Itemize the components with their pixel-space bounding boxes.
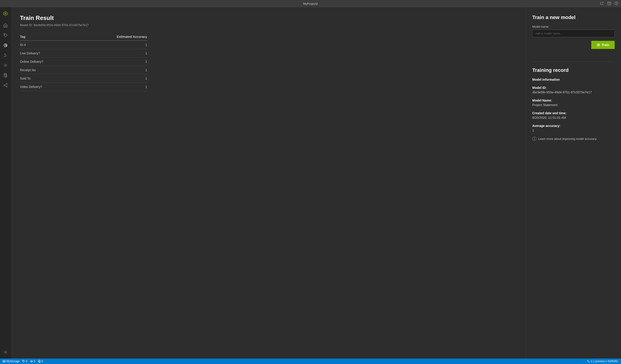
train-button-label: Train [602,43,609,47]
sidebar-logo [1,9,10,18]
sidebar-item-home[interactable] [1,21,10,30]
app-body: Train Result Model ID: 4bc9e5fe-953e-49d… [0,7,621,359]
sidebar-item-run[interactable] [1,51,10,60]
tag-cell: Online Delivery? [20,58,79,66]
doc-count: 5 [42,360,43,363]
view-count-icon [30,360,33,363]
model-id-label: Model ID: [532,86,615,90]
tag-cell: Sold To [20,74,79,83]
accuracy-table: Tag Estimated Accuracy ID # 1 Live Deliv… [20,33,147,91]
tag-count-icon [22,360,25,363]
model-info-title: Model information [532,78,615,81]
layout-icon[interactable] [607,1,611,6]
train-result-panel: Train Result Model ID: 4bc9e5fe-953e-49d… [11,7,526,359]
tag-column-header: Tag [20,33,79,41]
svg-point-7 [4,34,5,35]
learn-more-row[interactable]: i Learn more about improving model accur… [532,137,615,141]
titlebar-actions [600,1,618,6]
sidebar-bottom [1,348,10,357]
svg-line-15 [4,84,6,85]
tag-cell: Live Delivery? [20,49,79,58]
table-row: Sold To 1 [20,74,147,83]
accuracy-cell: 1 [79,58,147,66]
train-button-icon [597,43,600,47]
table-row: Online Delivery? 1 [20,58,147,66]
svg-point-17 [5,352,6,353]
table-header-row: Tag Estimated Accuracy [20,33,147,41]
avg-accuracy-value: 1 [532,128,615,132]
svg-point-10 [5,64,6,66]
svg-point-24 [589,362,589,363]
storage-item[interactable]: MyStorage [3,360,19,363]
sidebar-item-connections[interactable] [1,81,10,90]
created-date-section: Created date and time: 8/20/2020, 11:51:… [532,111,615,119]
accuracy-cell: 1 [79,66,147,74]
table-row: Video Delivery? 1 [20,83,147,91]
sidebar-item-train[interactable] [1,41,10,50]
tag-cell: Receipt No [20,66,79,74]
svg-marker-6 [4,13,7,15]
model-name-info-value: Project Statement [532,103,615,107]
accuracy-cell: 1 [79,74,147,83]
model-info-section: Model information [532,78,615,81]
train-button-container: Train [532,41,615,56]
train-button[interactable]: Train [591,41,615,49]
version-label: 2.1-preview.1-530545c [591,360,618,363]
tag-count: 5 [26,360,27,363]
panel-divider [532,62,615,62]
model-name-input[interactable] [532,30,615,37]
model-id-section: Model ID: 4bc9e5fe-953e-49d4-9701-97c007… [532,86,615,94]
info-icon: i [532,137,536,141]
created-label: Created date and time: [532,111,615,115]
learn-more-text: Learn more about improving model accurac… [538,137,597,141]
model-name-label: Model name [532,25,615,28]
created-value: 8/20/2020, 11:51:01 AM [532,116,615,119]
model-id-display: Model ID: 4bc9e5fe-953e-49d4-9701-97c007… [20,23,517,27]
accuracy-column-header: Estimated Accuracy [79,33,147,41]
model-name-info-label: Model Name: [532,99,615,102]
titlebar: MyProject2 [0,0,621,7]
sidebar-item-documents[interactable] [1,71,10,80]
svg-point-19 [3,360,5,361]
statusbar-right: 2.1-preview.1-530545c [587,360,618,363]
right-panel: Train a new model Model name Train Train… [526,7,621,359]
doc-count-icon [38,360,41,363]
svg-point-14 [6,86,7,87]
svg-point-12 [4,85,4,86]
storage-label: MyStorage [6,360,19,363]
sidebar [0,7,11,359]
training-record-title: Training record [532,67,615,73]
sidebar-item-tag[interactable] [1,31,10,40]
new-model-title: Train a new model [532,15,615,20]
main-content: Train Result Model ID: 4bc9e5fe-953e-49d… [11,7,621,359]
avg-accuracy-label: Average accuracy: [532,124,615,127]
help-icon[interactable] [615,1,618,6]
svg-point-13 [6,83,7,84]
accuracy-cell: 1 [79,49,147,58]
model-name-section: Model Name: Project Statement [532,99,615,107]
statusbar: MyStorage 5 5 5 [0,359,621,364]
view-count-item: 5 [30,360,35,363]
svg-point-4 [616,4,617,4]
storage-icon [3,360,5,363]
accuracy-cell: 1 [79,83,147,91]
svg-line-16 [4,85,6,86]
panel-title: Train Result [20,15,517,21]
share-icon[interactable] [600,1,604,6]
sidebar-item-settings[interactable] [1,348,10,357]
sidebar-item-active-learning[interactable] [1,61,10,70]
svg-point-9 [4,54,5,55]
tag-cell: ID # [20,41,79,49]
tag-cell: Video Delivery? [20,83,79,91]
avg-accuracy-section: Average accuracy: 1 [532,124,615,132]
table-row: Receipt No 1 [20,66,147,74]
accuracy-cell: 1 [79,41,147,49]
statusbar-left: MyStorage 5 5 5 [3,360,43,363]
doc-count-item: 5 [38,360,43,363]
tag-count-item: 5 [22,360,27,363]
svg-point-23 [587,360,588,361]
svg-point-20 [23,361,23,361]
model-id-value: 4bc9e5fe-953e-49d4-9701-97c0075e7e17 [532,90,615,94]
branch-icon [587,360,590,363]
view-count: 5 [34,360,35,363]
